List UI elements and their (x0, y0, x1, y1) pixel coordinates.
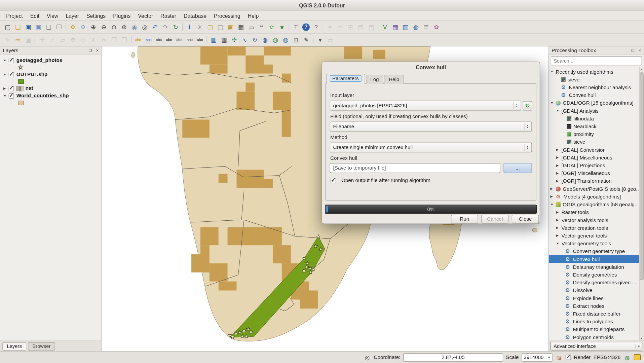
expander-icon[interactable]: ▶ (556, 179, 562, 183)
menu-item[interactable]: Project (2, 12, 26, 20)
move-feature-icon[interactable]: ✥ (68, 35, 78, 45)
expander-icon[interactable]: ▼ (551, 203, 556, 206)
close-panel-icon[interactable] (95, 48, 100, 52)
delete-selected-icon[interactable]: ✗ (88, 35, 99, 45)
new-shapefile-layer-icon[interactable]: ▤ (356, 22, 366, 32)
toolbox-tree-row[interactable]: Nearest neighbour analysis (549, 83, 639, 91)
expander-icon[interactable]: ▼ (3, 59, 9, 62)
zoom-to-layer-icon[interactable]: ◎ (140, 22, 150, 32)
method-select[interactable]: Create single minimum convex hull (330, 143, 532, 152)
capture-point-icon[interactable]: ✛ (37, 35, 47, 45)
label-pin-icon[interactable]: abc (133, 35, 144, 45)
coordinate-input[interactable] (403, 353, 503, 361)
menu-item[interactable]: Plugins (109, 12, 134, 20)
new-project-icon[interactable]: ▢ (2, 22, 13, 32)
attribute-table-icon[interactable]: ▦ (236, 22, 246, 32)
separator[interactable] (321, 23, 325, 32)
toolbox-tree-row[interactable]: ▶ [OGR] Miscellaneous (549, 169, 639, 177)
expander-icon[interactable]: ▶ (556, 210, 562, 214)
scale-select[interactable] (522, 353, 553, 361)
raster-checker-icon[interactable]: ▦ (219, 35, 229, 45)
toolbox-tree-row[interactable]: ▼ [GDAL] Analysis (549, 107, 639, 115)
chevron-down-icon[interactable] (546, 354, 552, 361)
measure-icon[interactable]: ▭ (246, 22, 257, 32)
new-composer-icon[interactable]: ❏ (43, 22, 54, 32)
toolbox-tree-row[interactable]: sieve (549, 76, 639, 83)
diagram-icon[interactable]: ⊞ (345, 22, 356, 32)
toolbox-tree-row[interactable]: proximity (549, 130, 639, 138)
separator[interactable] (181, 23, 184, 32)
capture-polygon-icon[interactable]: ▱ (58, 35, 68, 45)
spinner-arrows-icon[interactable] (524, 123, 531, 130)
separator[interactable] (33, 35, 37, 44)
expander-icon[interactable]: ▶ (551, 187, 556, 191)
decorations-icon[interactable]: ✿ (431, 22, 442, 32)
toolbox-tree-row[interactable]: ▶ Raster tools (549, 208, 639, 216)
toolbox-tree-row[interactable]: Extract nodes (549, 302, 639, 310)
annotation-icon[interactable]: ✎ (301, 35, 311, 45)
expander-icon[interactable]: ▶ (3, 86, 9, 90)
toolbox-tree-row[interactable]: Polygon centroids (549, 333, 639, 340)
zoom-to-selection-icon[interactable]: ◉ (129, 22, 140, 32)
menu-item[interactable]: Edit (27, 12, 43, 20)
input-layer-select[interactable]: geotagged_photos [EPSG:4326] (330, 101, 521, 110)
toolbox-tree-row[interactable]: Densify geometries (549, 271, 639, 279)
layer-row[interactable]: ▼ OUTPUT.shp (0, 71, 102, 78)
current-extents-icon[interactable]: ◎ (364, 354, 371, 361)
layer-row[interactable]: ▶ nat (0, 85, 102, 92)
menu-item[interactable]: Vector (134, 12, 157, 20)
layer-row[interactable] (0, 64, 102, 71)
label-show-hide-icon[interactable]: abc (143, 35, 154, 45)
pan-map-icon[interactable]: ✥ (68, 22, 78, 32)
tab-layers[interactable]: Layers (2, 342, 26, 350)
field-select[interactable]: Filename (330, 122, 532, 132)
labeling-icon[interactable]: ab (325, 22, 335, 32)
pan-to-selection-icon[interactable]: ✥ (78, 22, 88, 32)
label-highlight-icon[interactable]: abc (195, 35, 205, 45)
toolbox-tree-row[interactable]: fillnodata (549, 115, 639, 122)
close-panel-icon[interactable] (637, 48, 642, 52)
expander-icon[interactable]: ▶ (556, 226, 562, 230)
capture-line-icon[interactable]: ∕ (47, 35, 58, 45)
select-by-expression-icon[interactable]: ▣ (225, 22, 236, 32)
whats-this-icon[interactable]: ? (311, 22, 321, 32)
close-button[interactable]: Close (512, 215, 539, 224)
menu-item[interactable]: Help (244, 12, 263, 20)
text-annotation-icon[interactable]: T (291, 22, 301, 32)
identify-icon[interactable]: ℹ (184, 22, 195, 32)
save-project-icon[interactable]: ▣ (23, 22, 33, 32)
add-vector-layer-icon[interactable]: V (380, 22, 390, 32)
map-refresh-icon[interactable]: ↻ (171, 22, 181, 32)
tab-browser[interactable]: Browser (28, 342, 55, 350)
add-postgis-layer-icon[interactable]: ▥ (401, 22, 411, 32)
deselect-features-icon[interactable]: ▢ (215, 22, 226, 32)
toolbox-tree-row[interactable]: ▶ Models [4 geoalgorithms] (549, 193, 639, 201)
toolbox-tree-row[interactable]: Explode lines (549, 294, 639, 302)
swirl-icon[interactable]: ↻ (250, 35, 260, 45)
expander-icon[interactable]: ▼ (556, 109, 562, 113)
expander-icon[interactable]: ▶ (556, 148, 562, 152)
interpolation-icon[interactable]: ∿ (239, 35, 250, 45)
layer-row[interactable] (0, 100, 102, 106)
expander-icon[interactable]: ▼ (556, 242, 562, 245)
dialog-tab[interactable]: Parameters (326, 74, 365, 84)
layer-visibility-checkbox[interactable] (9, 86, 14, 91)
layer-visibility-checkbox[interactable] (9, 72, 14, 77)
interface-mode-select[interactable]: Advanced interface (551, 342, 643, 351)
web-plugin-icon[interactable]: ◍ (260, 35, 270, 45)
crs-status-icon[interactable]: ◍ (623, 354, 631, 361)
toolbox-tree-row[interactable]: ▶ GeoServer/PostGIS tools [8 geo... (549, 185, 639, 193)
spinner-arrows-icon[interactable] (524, 144, 531, 151)
toolbox-tree-row[interactable]: Convex hull (549, 91, 639, 99)
refresh-layers-button[interactable] (523, 101, 532, 110)
node-tool-icon[interactable]: ◇ (78, 35, 88, 45)
toolbox-tree-row[interactable]: Nearblack (549, 122, 639, 130)
toolbox-search-input[interactable] (551, 56, 642, 65)
expander-icon[interactable]: ▶ (556, 164, 562, 167)
toolbox-tree-row[interactable]: ▶ [GDAL] Miscellaneous (549, 154, 639, 161)
composer-manager-icon[interactable]: ❐ (54, 22, 64, 32)
expander-icon[interactable]: ▶ (556, 156, 562, 159)
label-properties-icon[interactable]: abc (174, 35, 185, 45)
toolbox-tree-row[interactable]: Fixed distance buffer (549, 310, 639, 318)
layer-row[interactable] (0, 78, 102, 85)
